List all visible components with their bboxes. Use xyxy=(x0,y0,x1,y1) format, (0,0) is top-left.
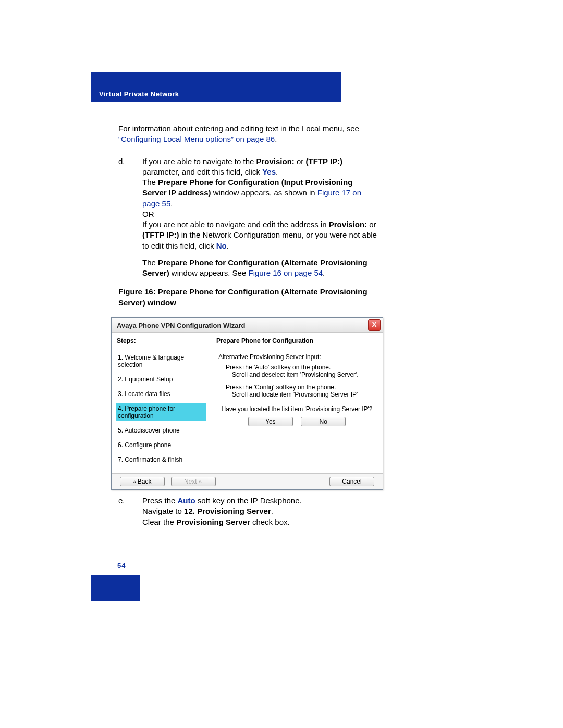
step-e-p2: Navigate to 12. Provisioning Server. xyxy=(142,506,379,516)
wizard-window: Avaya Phone VPN Configuration Wizard X S… xyxy=(111,317,383,490)
wizard-title: Avaya Phone VPN Configuration Wizard xyxy=(117,322,368,329)
wizard-step-3[interactable]: 3. Locate data files xyxy=(116,389,206,399)
page-number: 54 xyxy=(117,562,126,570)
step-d: d. If you are able to navigate to the Pr… xyxy=(118,156,379,279)
body-content: For information about entering and editi… xyxy=(118,124,379,308)
link-configuring-local-menu[interactable]: “Configuring Local Menu options” on page… xyxy=(118,134,275,143)
t: or xyxy=(295,157,306,166)
t: The xyxy=(142,258,158,267)
yes-link[interactable]: Yes xyxy=(262,167,276,176)
t: Provision: xyxy=(256,157,294,166)
t: window appears. See xyxy=(169,268,249,277)
t: Navigate to xyxy=(142,507,184,515)
t: soft key on the IP Deskphone. xyxy=(195,496,302,505)
intro-text: For information about entering and editi… xyxy=(118,124,359,133)
t: . xyxy=(271,507,273,515)
wizard-step-1[interactable]: 1. Welcome & language selection xyxy=(116,352,206,370)
t: Provision: xyxy=(329,220,367,229)
no-button[interactable]: No xyxy=(301,417,346,426)
t: If you are able to navigate to the xyxy=(142,157,256,166)
wizard-titlebar: Avaya Phone VPN Configuration Wizard X xyxy=(112,318,383,333)
cancel-button[interactable]: Cancel xyxy=(329,477,374,486)
next-label: Next xyxy=(184,478,197,485)
wizard-content-header: Prepare Phone for Configuration xyxy=(211,333,383,348)
intro-paragraph: For information about entering and editi… xyxy=(118,124,379,145)
step-d-marker: d. xyxy=(118,156,125,167)
step-d-p1: If you are able to navigate to the Provi… xyxy=(142,156,379,178)
wizard-step-5[interactable]: 5. Autodiscover phone xyxy=(116,425,206,436)
step-e-p3: Clear the Provisioning Server check box. xyxy=(142,517,379,527)
t: If you are not able to navigate and edit… xyxy=(142,220,329,229)
wizard-step-7[interactable]: 7. Confirmation & finish xyxy=(116,454,206,465)
step-e-p1: Press the Auto soft key on the IP Deskph… xyxy=(142,496,379,506)
intro-dot: . xyxy=(275,134,277,143)
step-d-p4: The Prepare Phone for Configuration (Alt… xyxy=(142,257,379,279)
content-line2: Press the 'Auto' softkey on the phone. xyxy=(218,364,375,371)
wizard-step-4[interactable]: 4. Prepare phone for configuration xyxy=(116,403,206,421)
t: Provisioning Server xyxy=(176,517,250,526)
step-e-block: e. Press the Auto soft key on the IP Des… xyxy=(118,496,379,527)
content-line3: Scroll and deselect item 'Provisioning S… xyxy=(218,371,375,378)
content-line4: Press the 'Config' softkey on the phone. xyxy=(218,384,375,391)
steps-header: Steps: xyxy=(112,333,211,348)
step-e-marker: e. xyxy=(118,496,125,506)
no-link[interactable]: No xyxy=(216,241,227,250)
back-label: Back xyxy=(138,478,152,485)
t: Press the xyxy=(142,496,178,505)
chevron-right-icon: » xyxy=(199,478,202,485)
t: 12. Provisioning Server xyxy=(184,507,271,515)
step-d-or: OR xyxy=(142,209,379,219)
t: parameter, and edit this field, click xyxy=(142,167,262,176)
footer-blue-strip xyxy=(91,575,140,601)
t: or xyxy=(367,220,376,229)
content-line1: Alternative Provisioning Server input: xyxy=(218,353,375,361)
auto-softkey: Auto xyxy=(178,496,195,505)
t: (TFTP IP:) xyxy=(306,157,343,166)
link-figure-16[interactable]: Figure 16 on page 54 xyxy=(248,268,323,277)
step-d-p3: If you are not able to navigate and edit… xyxy=(142,219,379,251)
t: (TFTP IP:) xyxy=(142,230,179,239)
wizard-footer: «Back Next » Cancel xyxy=(112,473,383,489)
yes-button[interactable]: Yes xyxy=(248,417,293,426)
figure-caption: Figure 16: Prepare Phone for Configurati… xyxy=(118,287,379,308)
step-d-p2: The Prepare Phone for Configuration (Inp… xyxy=(142,177,379,209)
section-header-bar: Virtual Private Network xyxy=(91,72,341,102)
t: . xyxy=(227,241,229,250)
t: . xyxy=(276,167,278,176)
close-icon[interactable]: X xyxy=(368,319,381,331)
t: The xyxy=(142,178,158,187)
t: window appears, as shown in xyxy=(211,188,317,197)
wizard-step-2[interactable]: 2. Equipment Setup xyxy=(116,374,206,385)
t: . xyxy=(170,199,173,208)
chevron-left-icon: « xyxy=(133,478,137,485)
section-header-text: Virtual Private Network xyxy=(99,90,179,98)
content-line5: Scroll and locate item 'Provisioning Ser… xyxy=(218,391,375,398)
content-question: Have you located the list item 'Provisio… xyxy=(218,405,375,413)
wizard-figure: Avaya Phone VPN Configuration Wizard X S… xyxy=(111,317,383,490)
step-e: e. Press the Auto soft key on the IP Des… xyxy=(118,496,379,527)
wizard-step-6[interactable]: 6. Configure phone xyxy=(116,440,206,450)
next-button: Next » xyxy=(171,477,216,486)
t: Clear the xyxy=(142,517,176,526)
wizard-steps-panel: Steps: 1. Welcome & language selection 2… xyxy=(112,333,211,473)
wizard-content-panel: Prepare Phone for Configuration Alternat… xyxy=(211,333,383,473)
t: check box. xyxy=(250,517,290,526)
back-button[interactable]: «Back xyxy=(120,477,165,486)
t: . xyxy=(323,268,325,277)
